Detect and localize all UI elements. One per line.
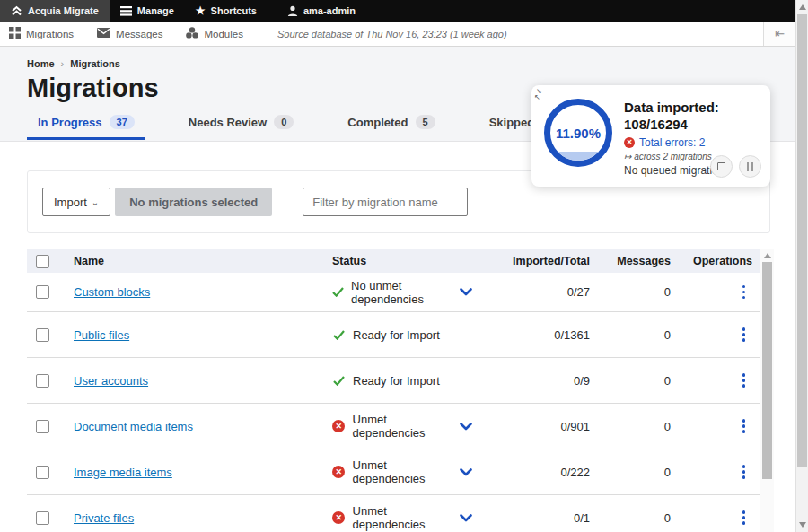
messages-count: 0 <box>590 466 671 479</box>
page-scroll-up-icon[interactable] <box>799 4 806 10</box>
import-button-label: Import <box>54 196 87 209</box>
table-row: User accounts ✕ Ready for Import 0/9 0 <box>27 358 760 404</box>
table-row: Document media items ✕ Unmet dependencie… <box>27 404 760 449</box>
envelope-icon <box>97 28 110 39</box>
table-scrollbar-thumb[interactable] <box>762 262 772 479</box>
toolbar-migrations-label: Migrations <box>26 29 74 39</box>
messages-count: 0 <box>590 511 671 525</box>
pause-import-button[interactable] <box>739 155 761 178</box>
breadcrumb-current-link[interactable]: Migrations <box>70 58 120 69</box>
row-checkbox[interactable] <box>36 328 49 342</box>
table-header-row: Name Status Imported/Total Messages Oper… <box>27 249 760 273</box>
operations-menu-icon[interactable] <box>737 324 751 345</box>
topbar-item-manage[interactable]: Manage <box>110 0 185 22</box>
user-icon <box>287 5 298 16</box>
status-text: Unmet dependencies <box>353 458 460 485</box>
total-errors-link[interactable]: Total errors: 2 <box>639 136 705 149</box>
topbar-item-user[interactable]: ama-admin <box>277 0 366 22</box>
migration-name-link[interactable]: Custom blocks <box>74 285 150 299</box>
top-admin-bar: Acquia Migrate Manage ★ Shortcuts ama-ad… <box>0 0 795 22</box>
tab-needs-review[interactable]: Needs Review 0 <box>178 115 305 140</box>
source-database-note: Source database of Thu Nov 16, 23:23 (1 … <box>277 29 507 39</box>
toolbar-messages-label: Messages <box>116 29 162 39</box>
operations-menu-icon[interactable] <box>737 507 751 528</box>
no-migrations-selected-button[interactable]: No migrations selected <box>115 188 272 216</box>
topbar-item-shortcuts[interactable]: ★ Shortcuts <box>185 0 268 22</box>
table-row: Custom blocks ✕ No unmet dependencies 0/… <box>27 273 760 312</box>
tab-label: Needs Review <box>189 116 267 129</box>
table-scrollbar[interactable] <box>760 249 774 532</box>
hamburger-menu-icon <box>120 6 132 16</box>
migrations-table: Name Status Imported/Total Messages Oper… <box>27 249 760 532</box>
import-progress-card: ↘↖ 11.90% Data imported: 108/16294 ✕ Tot… <box>531 85 770 187</box>
messages-count: 0 <box>590 328 671 342</box>
stop-import-button[interactable] <box>710 155 733 178</box>
page-scroll-down-icon[interactable] <box>799 522 806 528</box>
module-toolbar: Migrations Messages Modules Source datab… <box>0 22 795 47</box>
migration-name-link[interactable]: Document media items <box>74 420 193 433</box>
operations-menu-icon[interactable] <box>737 370 751 391</box>
row-checkbox[interactable] <box>36 374 49 388</box>
imported-total-value: 0/9 <box>494 374 590 388</box>
header-status: Status <box>323 255 494 267</box>
header-imported-total: Imported/Total <box>494 255 590 267</box>
page-scrollbar[interactable] <box>795 0 808 532</box>
operations-menu-icon[interactable] <box>737 461 751 483</box>
tab-count-badge: 0 <box>274 115 294 129</box>
messages-count: 0 <box>590 285 671 299</box>
app-window: Acquia Migrate Manage ★ Shortcuts ama-ad… <box>0 0 795 532</box>
row-checkbox[interactable] <box>36 511 49 525</box>
migration-name-link[interactable]: Private files <box>74 511 134 525</box>
status-text: Ready for Import <box>353 328 440 342</box>
operations-menu-icon[interactable] <box>737 415 751 437</box>
resize-handle-icon[interactable]: ↘↖ <box>536 88 542 100</box>
tab-count-badge: 37 <box>110 115 135 129</box>
row-checkbox[interactable] <box>36 420 49 433</box>
status-icon: ✕ <box>332 328 346 342</box>
row-checkbox[interactable] <box>36 466 49 479</box>
progress-percent: 11.90% <box>550 105 606 161</box>
toolbar-item-migrations[interactable]: Migrations <box>9 27 74 40</box>
import-dropdown-button[interactable]: Import ⌄ <box>42 188 110 216</box>
page-scrollbar-thumb[interactable] <box>797 14 807 467</box>
star-icon: ★ <box>196 4 206 17</box>
table-row: Private files ✕ Unmet dependencies 0/1 0 <box>27 495 760 532</box>
expand-chevron-icon[interactable] <box>460 514 472 522</box>
topbar-item-acquia-migrate[interactable]: Acquia Migrate <box>0 0 110 22</box>
breadcrumb-home-link[interactable]: Home <box>27 58 55 69</box>
migrations-table-zone: Name Status Imported/Total Messages Oper… <box>27 249 774 532</box>
migration-filter-input[interactable] <box>303 188 468 216</box>
select-all-checkbox[interactable] <box>36 255 49 268</box>
status-text: No unmet dependencies <box>351 279 460 306</box>
topbar-manage-label: Manage <box>137 5 174 16</box>
toolbar-item-messages[interactable]: Messages <box>97 28 162 39</box>
imported-total-value: 0/901 <box>494 420 590 433</box>
tab-count-badge: 5 <box>416 115 435 129</box>
row-checkbox[interactable] <box>36 285 49 299</box>
topbar-shortcuts-label: Shortcuts <box>211 5 257 16</box>
modules-cluster-icon <box>186 27 198 40</box>
header-messages: Messages <box>590 255 671 267</box>
expand-chevron-icon[interactable] <box>460 468 472 476</box>
tab-in-progress[interactable]: In Progress 37 <box>27 115 145 140</box>
table-row: Public files ✕ Ready for Import 0/1361 0 <box>27 312 760 358</box>
status-icon: ✕ <box>332 466 346 479</box>
scroll-up-arrow-icon[interactable] <box>764 253 771 258</box>
chevron-down-icon: ⌄ <box>92 197 99 207</box>
migration-name-link[interactable]: Image media items <box>74 466 172 479</box>
header-name: Name <box>74 255 323 267</box>
tab-completed[interactable]: Completed 5 <box>337 115 445 140</box>
messages-count: 0 <box>590 374 671 388</box>
expand-chevron-icon[interactable] <box>460 423 472 431</box>
progress-ring: 11.90% <box>544 99 612 167</box>
operations-menu-icon[interactable] <box>737 282 751 303</box>
migration-name-link[interactable]: User accounts <box>74 374 148 388</box>
expand-chevron-icon[interactable] <box>460 288 472 296</box>
toolbar-pin-button[interactable]: ⇤ <box>763 22 795 46</box>
total-errors-row[interactable]: ✕ Total errors: 2 <box>624 136 729 149</box>
status-icon: ✕ <box>332 285 344 299</box>
toolbar-item-modules[interactable]: Modules <box>186 27 242 40</box>
messages-count: 0 <box>590 420 671 433</box>
topbar-user-label: ama-admin <box>303 5 356 16</box>
migration-name-link[interactable]: Public files <box>74 328 129 342</box>
